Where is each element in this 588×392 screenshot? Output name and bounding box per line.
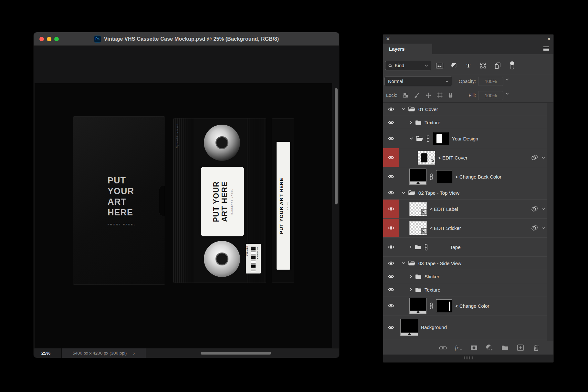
filter-kind-dropdown[interactable]: Kind [385, 61, 431, 70]
chevron-down-icon[interactable] [409, 137, 413, 140]
pixel-layers-filter-icon[interactable] [436, 63, 443, 68]
folder-icon [415, 287, 422, 292]
lock-pixels-icon[interactable] [414, 92, 420, 98]
eye-icon [388, 136, 394, 141]
layer-row-background[interactable]: Background [383, 315, 553, 339]
layer-options-chevron-icon[interactable] [542, 227, 545, 229]
tab-layers[interactable]: Layers [383, 44, 432, 54]
panel-tabrow: Layers [383, 44, 553, 54]
layer-name: < Change Back Color [455, 174, 501, 180]
layer-row-03-tape-side-view[interactable]: 03 Tape - Side View [383, 257, 553, 270]
resize-grip[interactable] [463, 356, 474, 359]
delete-layer-icon[interactable] [532, 345, 540, 351]
layer-row-edit-cover[interactable]: < EDIT Cover [383, 148, 553, 167]
document-info[interactable]: 5400 px x 4200 px (300 ppi) › [61, 348, 146, 358]
chevron-down-icon[interactable] [402, 191, 405, 194]
layer-effects-icon[interactable]: fx [455, 344, 462, 351]
chevron-right-icon[interactable] [410, 274, 412, 278]
lock-transparency-icon[interactable] [403, 93, 408, 98]
fill-layer-thumbnail[interactable] [409, 169, 426, 185]
adjustment-layers-filter-icon[interactable] [450, 62, 458, 68]
status-chevron-icon[interactable]: › [133, 350, 135, 356]
layer-options-chevron-icon[interactable] [542, 157, 545, 159]
blend-mode-dropdown[interactable]: Normal [384, 77, 452, 86]
layer-row-texture[interactable]: Texture [383, 116, 553, 129]
new-adjustment-layer-icon[interactable] [486, 344, 493, 351]
filter-toggle-icon[interactable] [508, 61, 516, 70]
link-icon [429, 303, 433, 309]
layer-mask-thumbnail[interactable] [436, 170, 452, 183]
layer-visibility-toggle[interactable] [383, 103, 399, 116]
lock-position-icon[interactable] [425, 92, 431, 98]
layer-row-02-tape-top-view[interactable]: 02 Tape - Top View [383, 186, 553, 200]
layer-visibility-toggle[interactable] [383, 283, 399, 296]
zoom-window-button[interactable] [54, 37, 59, 41]
layer-row-edit-sticker[interactable]: < EDIT Sticker [383, 219, 553, 238]
type-layers-filter-icon[interactable]: T [465, 63, 472, 68]
zoom-level[interactable]: 25% [41, 348, 50, 358]
smart-object-thumbnail[interactable] [409, 202, 427, 216]
barcode-sticker: WARNING DO NOT COPY [246, 244, 261, 273]
vertical-scrollbar[interactable] [335, 88, 338, 204]
layer-name: 03 Tape - Side View [418, 261, 461, 266]
layer-list-scrollbar[interactable] [547, 103, 553, 341]
traffic-lights [39, 32, 59, 46]
linked-smart-object-icon [531, 206, 539, 212]
layer-options-chevron-icon[interactable] [542, 208, 545, 210]
lock-all-icon[interactable] [448, 92, 453, 98]
layer-row-texture[interactable]: Texture [383, 283, 553, 296]
panel-menu-icon[interactable] [543, 46, 549, 51]
smart-object-filter-icon[interactable] [494, 62, 501, 69]
layer-mask-thumbnail[interactable] [436, 299, 452, 312]
layer-visibility-toggle[interactable] [383, 200, 399, 218]
add-layer-mask-icon[interactable] [470, 345, 478, 351]
layer-visibility-toggle[interactable] [383, 257, 399, 270]
chevron-right-icon[interactable] [410, 288, 412, 292]
layer-row-your-design[interactable]: Your Design [383, 129, 553, 148]
fill-field[interactable]: 100% [478, 91, 503, 100]
layer-mask-thumbnail[interactable] [433, 132, 449, 145]
layer-visibility-toggle[interactable] [383, 238, 399, 256]
layer-visibility-toggle[interactable] [383, 315, 399, 339]
horizontal-scrollbar[interactable] [201, 352, 271, 355]
layer-row-01-cover[interactable]: 01 Cover [383, 103, 553, 116]
layer-row-sticker[interactable]: Sticker [383, 270, 553, 283]
document-canvas[interactable]: PUT YOUR ART HERE FRONT PANEL Flyerwrk™ … [35, 83, 332, 348]
smart-object-thumbnail[interactable] [418, 151, 435, 165]
link-layers-icon[interactable] [439, 346, 447, 350]
chevron-down-icon[interactable] [506, 93, 509, 95]
layer-visibility-toggle[interactable] [383, 296, 399, 315]
collapse-panel-icon[interactable]: « [548, 36, 550, 41]
layer-visibility-toggle[interactable] [383, 129, 399, 148]
close-window-button[interactable] [39, 37, 44, 41]
layer-row-change-back-color[interactable]: < Change Back Color [383, 167, 553, 186]
layer-visibility-toggle[interactable] [383, 186, 399, 199]
new-layer-icon[interactable] [517, 345, 524, 351]
chevron-right-icon[interactable] [410, 120, 412, 124]
case-art-placeholder: PUT YOUR ART HERE FRONT PANEL [108, 175, 136, 226]
new-group-icon[interactable] [501, 345, 509, 351]
layer-visibility-toggle[interactable] [383, 116, 399, 129]
opacity-label: Opacity: [456, 79, 476, 84]
layer-row-tape[interactable]: Tape [383, 238, 553, 257]
lock-artboard-icon[interactable] [437, 92, 443, 98]
layer-row-change-color[interactable]: < Change Color [383, 296, 553, 315]
layer-visibility-toggle[interactable] [383, 219, 399, 237]
smart-object-thumbnail[interactable] [409, 221, 427, 235]
layer-visibility-toggle[interactable] [383, 148, 399, 167]
layer-row-edit-label[interactable]: < EDIT Label [383, 200, 553, 219]
minimize-window-button[interactable] [47, 37, 51, 41]
shape-layers-filter-icon[interactable] [479, 63, 487, 68]
fill-layer-thumbnail[interactable] [400, 319, 418, 336]
opacity-field[interactable]: 100% [478, 77, 503, 86]
chevron-down-icon[interactable] [402, 262, 405, 264]
chevron-right-icon[interactable] [409, 245, 412, 249]
layer-visibility-toggle[interactable] [383, 167, 399, 186]
chevron-down-icon[interactable] [506, 78, 509, 80]
filter-kind-label: Kind [395, 63, 423, 68]
chevron-down-icon[interactable] [402, 108, 405, 110]
close-icon[interactable]: ✕ [386, 36, 390, 41]
desktop: Ps Vintage VHS Cassette Case Mockup.psd … [0, 0, 588, 392]
layer-visibility-toggle[interactable] [383, 270, 399, 283]
fill-layer-thumbnail[interactable] [409, 298, 426, 314]
